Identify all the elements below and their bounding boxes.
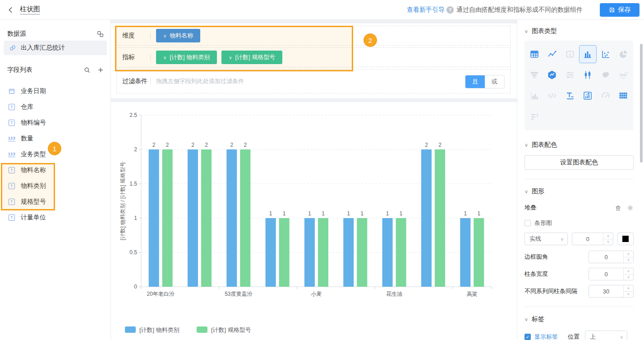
guide-link[interactable]: 查看新手引导 (407, 6, 445, 14)
metric-tag[interactable]: ∨[计数] 物料类别 (156, 51, 217, 64)
line-color-swatch[interactable] (617, 233, 634, 245)
datasource-item[interactable]: 出入库汇总统计 (4, 41, 107, 55)
page-title[interactable]: 柱状图 (20, 5, 40, 14)
svg-text:Design: Design (620, 77, 625, 79)
stepper-down-icon[interactable]: ∨ (624, 257, 633, 263)
field-label: 业务类型 (21, 150, 46, 158)
set-chart-color-button[interactable]: 设置图表配色 (524, 155, 634, 170)
field-type-text-icon: T (7, 183, 16, 189)
stepper-down-icon[interactable]: ∨ (603, 239, 613, 245)
bar (201, 149, 212, 287)
svg-text:0: 0 (134, 284, 137, 290)
bar-width-stepper[interactable]: 0 ∧∨ (589, 268, 634, 280)
legend-item[interactable]: [计数] 物料类别 (125, 326, 179, 333)
section-title: 图形 (532, 187, 544, 196)
field-item[interactable]: T物料类别 (0, 178, 110, 194)
stepper-up-icon[interactable]: ∧ (624, 251, 633, 257)
bar (460, 218, 470, 287)
svg-text:53度黄盖汾: 53度黄盖汾 (225, 291, 252, 297)
section-title: 图表类型 (532, 27, 557, 35)
divider (150, 54, 151, 61)
field-item[interactable]: T物料编号 (0, 115, 110, 130)
stepper-down-icon[interactable]: ∨ (624, 292, 633, 298)
field-item[interactable]: T计量单位 (0, 210, 110, 225)
section-chart-type[interactable]: ∨ 图表类型 (524, 27, 633, 35)
field-item[interactable]: T仓库 (0, 99, 110, 115)
chart-type-rank-list-icon: 1 (525, 107, 543, 126)
gear-icon[interactable] (627, 205, 634, 211)
filter-row[interactable]: 过滤条件 拖拽左侧字段到此处添加过滤条件 且 或 (116, 69, 511, 93)
chevron-down-icon: ∨ (163, 55, 166, 60)
section-chart-color[interactable]: ∨ 图表配色 (524, 141, 633, 149)
divider (524, 179, 634, 179)
stepper-down-icon[interactable]: ∨ (624, 275, 633, 280)
filter-logic-toggle: 且 或 (465, 75, 505, 88)
delete-icon[interactable] (615, 205, 621, 211)
show-label-checkbox[interactable]: ✓ (524, 334, 531, 340)
save-button[interactable]: 保存 (600, 3, 639, 17)
chart-type-pivot-table-icon[interactable] (615, 87, 633, 105)
stepper-up-icon[interactable]: ∧ (624, 268, 633, 275)
field-item[interactable]: T物料名称 (0, 162, 110, 178)
line-style-dropdown[interactable]: 实线∨ (524, 233, 568, 245)
bar (149, 149, 159, 287)
chart-type-table-chart-icon[interactable] (525, 45, 543, 63)
field-item[interactable]: 123数量 (0, 130, 110, 146)
builder-panel: 维度 ∨物料名称 指标 ∨[计数] 物料类别∨[计数] 规格型号 过滤条件 拖拽… (111, 20, 517, 340)
border-radius-label: 边框圆角 (524, 253, 548, 261)
svg-text:1: 1 (283, 210, 286, 217)
tag-label: 物料名称 (170, 32, 193, 40)
series-gap-stepper[interactable]: 30 ∧∨ (589, 285, 634, 298)
chart-type-hexagon-chart-icon[interactable] (543, 66, 561, 84)
field-item[interactable]: 123业务类型 (0, 146, 110, 162)
datasource-name: 出入库汇总统计 (21, 44, 65, 52)
switch-datasource-icon[interactable] (97, 30, 104, 38)
divider (524, 307, 634, 307)
label-position-dropdown[interactable]: 上∨ (585, 331, 627, 340)
legend-item[interactable]: [计数] 规格型号 (197, 326, 251, 333)
back-chevron-icon (7, 6, 14, 14)
section-label[interactable]: ∨ 标签 (524, 315, 633, 323)
chart-type-code-block-icon (543, 87, 561, 105)
logic-and-button[interactable]: 且 (465, 75, 485, 88)
field-type-number-icon: 123 (7, 152, 16, 157)
save-floppy-icon (609, 7, 615, 13)
chart-type-trend-card-icon[interactable] (579, 87, 597, 105)
svg-text:2: 2 (205, 142, 208, 148)
add-field-icon[interactable] (97, 66, 104, 74)
chart-type-grid: 8TextCloudDesign1 (524, 41, 633, 130)
chart-type-bar-chart-icon[interactable] (579, 45, 597, 63)
dimension-tag[interactable]: ∨物料名称 (156, 29, 200, 42)
chart-type-scatter-chart-icon[interactable] (597, 45, 615, 63)
back-button[interactable] (6, 5, 15, 14)
chart-card: 00.511.522.52220年老白汾222253度黄盖汾1111小麦1111… (111, 102, 517, 340)
chart-type-line-chart-icon[interactable] (543, 45, 561, 63)
link-icon (9, 44, 16, 51)
divider (150, 33, 151, 39)
chart-type-candlestick-chart-icon[interactable] (579, 66, 597, 84)
divider (150, 78, 151, 84)
field-list-label: 字段列表 (7, 66, 32, 74)
svg-text:8: 8 (569, 52, 571, 57)
svg-text:Text: Text (619, 73, 627, 77)
field-item[interactable]: T规格型号 (0, 194, 110, 210)
line-width-stepper[interactable]: 0 ∧∨ (572, 233, 613, 245)
search-icon[interactable] (83, 66, 91, 74)
horizontal-bar-checkbox[interactable] (524, 220, 531, 226)
help-question-icon[interactable]: ? (446, 6, 454, 14)
stepper-up-icon[interactable]: ∧ (603, 233, 613, 239)
stepper-up-icon[interactable]: ∧ (624, 285, 633, 292)
scrollbar-thumb[interactable] (640, 44, 643, 163)
border-radius-stepper[interactable]: 0 ∧∨ (589, 251, 634, 263)
svg-text:1: 1 (400, 210, 403, 217)
svg-text:高粱: 高粱 (467, 291, 478, 297)
svg-text:0.5: 0.5 (129, 249, 137, 256)
chart-type-pie-chart-icon (615, 45, 633, 63)
metric-tag[interactable]: ∨[计数] 规格型号 (221, 51, 282, 64)
chart-type-slider-chart-icon (561, 66, 579, 84)
chart-type-rich-text-icon[interactable] (561, 87, 579, 105)
chevron-down-icon: ∨ (229, 55, 232, 60)
section-graphic[interactable]: ∨ 图形 (524, 187, 633, 196)
field-item[interactable]: 业务日期 (0, 83, 110, 99)
logic-or-button[interactable]: 或 (485, 75, 504, 88)
